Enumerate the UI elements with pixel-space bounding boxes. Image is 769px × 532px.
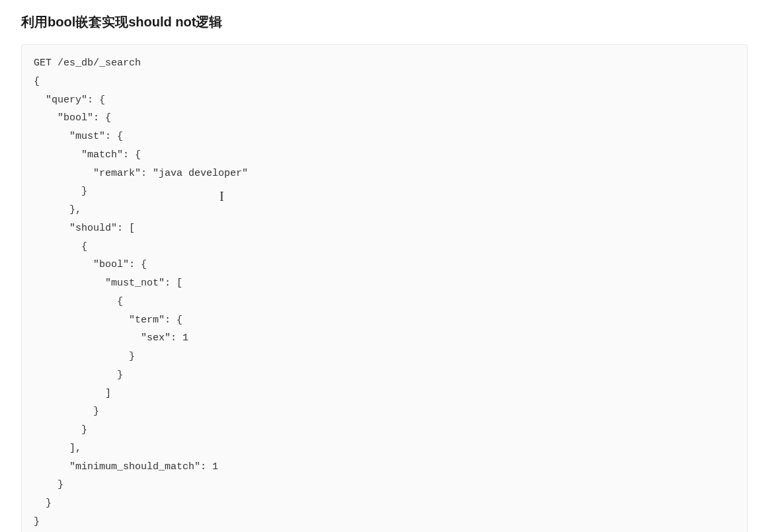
code-block[interactable]: GET /es_db/_search { "query": { "bool": … <box>21 44 748 532</box>
text-cursor-icon: I <box>220 184 224 209</box>
code-content: GET /es_db/_search { "query": { "bool": … <box>34 57 248 527</box>
section-heading: 利用bool嵌套实现should not逻辑 <box>21 13 748 31</box>
